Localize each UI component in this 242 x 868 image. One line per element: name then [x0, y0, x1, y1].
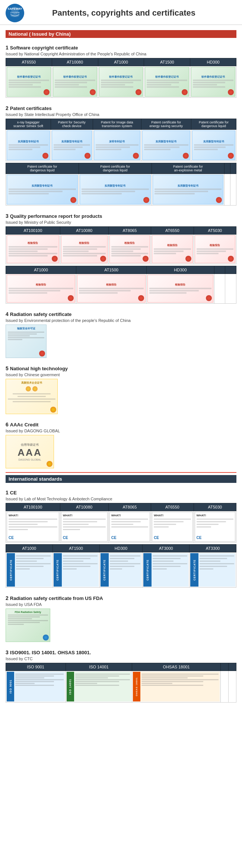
col-at10080-ce: AT10080: [60, 503, 108, 511]
item-5-section: 5 National high technology Issued by Chi…: [6, 362, 236, 414]
item-4-title: Radiation safety certificate: [10, 312, 71, 317]
col-at1500-ce: AT1500: [52, 545, 99, 552]
col-at3300-ce: AT3300: [190, 545, 236, 552]
col-ohsas18001: OHSAS 18001: [132, 663, 221, 671]
item-1-section: 1 Software copyright certificate Issued …: [6, 41, 236, 98]
svg-point-4: [10, 14, 19, 17]
aaa-cert-card: 信用等级证书 AAA DAGONG GLOBAL: [6, 435, 54, 468]
col-empty2: [230, 163, 236, 174]
page-title: Pantents, copyrights and certificates: [34, 8, 236, 18]
ohsas-cert-cell: OHSAS 18001: [132, 671, 221, 703]
intl-item-3-issuer: Issued by CTC: [6, 656, 236, 661]
svg-text:SAFEWAY: SAFEWAY: [8, 7, 22, 10]
iso-empty-cell: [220, 671, 228, 703]
svg-text:SYSTEM: SYSTEM: [10, 12, 20, 14]
col-xray: x-ray bagaggerscanner Simiex Soft: [6, 119, 51, 130]
col-at1000: AT1000: [98, 58, 144, 66]
iso-cert-cell: ISO 9001: [6, 671, 66, 703]
intl-item-1-section: 1 CE Issued by Lab of Most Technology & …: [6, 486, 236, 588]
cert-cell: 检验报告: [60, 235, 108, 264]
cert-cell-empty: [214, 274, 225, 304]
col-danger2: Patent certificate fordangerous liquid: [6, 163, 79, 174]
item-3-title: Quality performance report for products: [10, 213, 102, 219]
ce-cert-cell-vertical: CERTIFICATE: [99, 552, 143, 588]
col-iso9001: ISO 9001: [6, 663, 66, 671]
item-2-issuer: Issued by State Intellectual Property Of…: [6, 112, 236, 117]
col-at6550: AT6550: [6, 58, 52, 66]
iso-empty-cell: [228, 671, 236, 703]
col-at3000-ce: AT3000: [143, 545, 190, 552]
col-at10080: AT10080: [52, 58, 98, 66]
cert-cell: 软件著作权登记证书: [98, 66, 144, 98]
intl-item-1-title: CE: [10, 490, 17, 496]
col-at5030-ce: AT5030: [194, 503, 236, 511]
col-hd300: HD300: [190, 58, 236, 66]
item-5-number: 5: [6, 365, 9, 371]
intl-item-2-section: 2 Radiation safety certificate from US F…: [6, 591, 236, 642]
cert-cell: 实用新型专利证书: [141, 130, 191, 161]
logo: SAFEWAY SYSTEM: [6, 4, 28, 22]
cert-cell: 软件著作权登记证书: [190, 66, 236, 98]
intl-item-2-number: 2: [6, 595, 9, 601]
col-iso-empty1: [220, 663, 228, 671]
intl-item-2-issuer: Issued by USA FDA: [6, 602, 236, 607]
item-2-table2: Patent certificate fordangerous liquid P…: [6, 163, 236, 206]
item-4-number: 4: [6, 311, 9, 317]
col-at6550b: AT6550: [151, 227, 194, 235]
item-3-section: 3 Quality performance report for product…: [6, 209, 236, 304]
intl-item-3-number: 3: [6, 649, 9, 655]
cert-cell: 实用新型专利证书: [152, 174, 225, 206]
intl-item-1-issuer: Issued by Lab of Most Technology & Anbot…: [6, 497, 236, 501]
col-dangerous: Patent certificate fordangerous liquid: [191, 119, 236, 130]
iso-cert-cell: ISO 14001: [66, 671, 132, 703]
cert-cell: 实用新型专利证书: [51, 130, 93, 161]
page-header: SAFEWAY SYSTEM Pantents, copyrights and …: [0, 0, 242, 25]
intl-item-1-table1: AT100100 AT10080 AT8065 AT6550 AT5030 WH…: [6, 503, 236, 543]
item-1-number: 1: [6, 45, 9, 51]
item-4-section: 4 Radiation safety certificate Issued by…: [6, 307, 236, 358]
item-2-section: 2 Patent certificates Issued by State In…: [6, 101, 236, 206]
col-at100100: AT100100: [6, 227, 60, 235]
item-5-issuer: Issued by Chinese goverment: [6, 372, 236, 377]
cert-cell: 检验报告: [194, 235, 236, 264]
cert-cell: 实用新型专利证书: [6, 174, 79, 206]
item-3-issuer: Issued by Ministry of Public Security: [6, 220, 236, 225]
intl-item-2-title: Radiation safety certificate from US FDA: [10, 596, 103, 601]
cert-cell-empty: [225, 174, 230, 206]
item-2-title: Patent certificates: [10, 106, 52, 111]
intl-item-3-section: 3 ISO9001. ISO 14001. OHSAS 18001. Issue…: [6, 646, 236, 703]
col-at8065-ce: AT8065: [108, 503, 151, 511]
col-energy: Patent certificate forenergy saving secu…: [141, 119, 191, 130]
col-hd300-ce: HD300: [99, 545, 143, 552]
col-at1000b: AT1000: [6, 266, 76, 274]
cert-cell: 软件著作权登记证书: [6, 66, 52, 98]
item-3-number: 3: [6, 213, 9, 219]
cert-cell-empty: [230, 174, 236, 206]
item-3-table2: AT1000 AT1500 HD300 检验报告: [6, 266, 236, 304]
ce-cert-cell-vertical: CERTIFICATE: [52, 552, 99, 588]
intl-item-3-title: ISO9001. ISO 14001. OHSAS 18001.: [10, 650, 91, 655]
item-3-table1: AT100100 AT10080 AT8065 AT6550 AT5030 检验…: [6, 226, 236, 264]
col-at10080b: AT10080: [60, 227, 108, 235]
col-at6550-ce: AT6550: [151, 503, 194, 511]
national-section-header: National ( Issued by China): [6, 30, 236, 38]
col-security: Patent for Securitycheck device: [51, 119, 93, 130]
fda-cert-card: FDA Radiation Safety: [6, 609, 50, 642]
cert-cell: 软件著作权登记证书: [144, 66, 190, 98]
col-empty4: [225, 266, 236, 274]
intl-item-1-table2: AT1000 AT1500 HD300 AT3000 AT3300 CERTIF…: [6, 544, 236, 588]
ce-cert-cell: WHAT! CE: [108, 511, 151, 543]
item-4-issuer: Issued by Environmental protection of th…: [6, 318, 236, 323]
cert-cell: 实用新型专利证书: [79, 174, 152, 206]
ce-cert-cell: WHAT! CE: [194, 511, 236, 543]
radiation-cert-card: 辐射安全许可证: [6, 325, 47, 358]
item-2-table1: x-ray bagaggerscanner Simiex Soft Patent…: [6, 119, 236, 161]
col-imagedata: Patent for Image datatransmission system: [93, 119, 141, 130]
col-at1500b: AT1500: [76, 266, 147, 274]
cert-cell: 发明专利证书: [93, 130, 141, 161]
item-5-title: National high technology: [10, 366, 68, 371]
item-1-table: AT6550 AT10080 AT1000 AT1500 HD300 软件著作权…: [6, 58, 236, 98]
high-tech-cert-card: 高新技术企业证书: [6, 379, 58, 414]
cert-cell: 软件著作权登记证书: [52, 66, 98, 98]
col-at1500: AT1500: [144, 58, 190, 66]
